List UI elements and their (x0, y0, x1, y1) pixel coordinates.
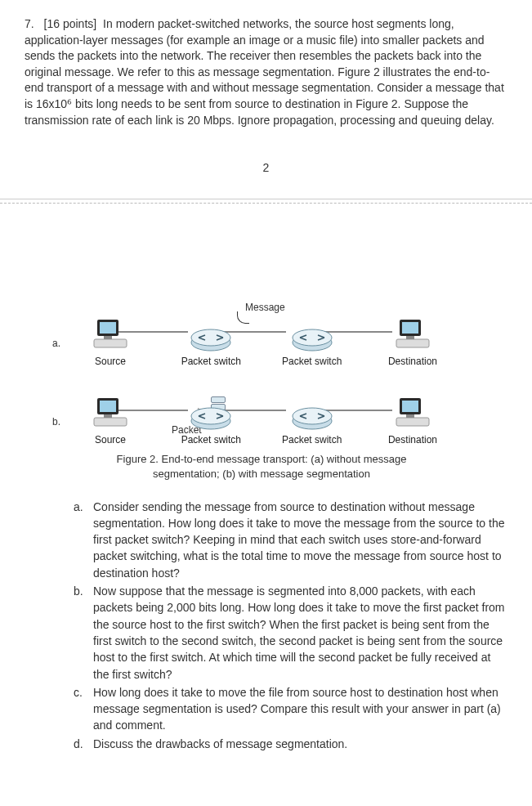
svg-rect-1 (100, 322, 116, 334)
svg-rect-15 (104, 414, 112, 418)
message-label: Message (245, 302, 285, 313)
sub-text: Discuss the drawbacks of message segment… (93, 736, 347, 752)
figure-row-b: Packet b. Source Packet switch Packet sw… (74, 380, 449, 446)
sub-letter: a. (74, 499, 93, 581)
svg-point-19 (293, 408, 332, 424)
source-node: b. Source (74, 395, 147, 446)
computer-icon (395, 316, 431, 352)
question-text: In modern packet-switched networks, the … (25, 17, 504, 127)
row-label-b: b. (52, 416, 60, 428)
svg-rect-9 (402, 322, 418, 334)
subquestion-a: a. Consider sending the message from sou… (74, 499, 507, 581)
destination-label: Destination (388, 434, 437, 446)
sub-letter: b. (74, 583, 93, 683)
packet-switch-icon (189, 325, 233, 352)
packet-switch-icon (189, 403, 233, 431)
packet-switch-icon (290, 403, 334, 431)
divider-solid (0, 199, 532, 199)
page-number: 2 (25, 161, 507, 174)
source-label: Source (95, 434, 126, 446)
switch-label: Packet switch (181, 434, 241, 446)
row-label-a: a. (52, 338, 60, 349)
sub-letter: c. (74, 684, 93, 734)
switch-label: Packet switch (282, 434, 342, 446)
switch-label: Packet switch (181, 356, 241, 367)
svg-point-7 (293, 329, 332, 346)
message-leader-line (237, 311, 249, 324)
destination-node: Destination (376, 395, 449, 446)
figure-row-a: Message a. Source Packet switch Packet s… (74, 302, 449, 367)
figure-2: Message a. Source Packet switch Packet s… (74, 302, 449, 481)
source-label: Source (95, 356, 126, 367)
sub-letter: d. (74, 736, 93, 752)
svg-rect-3 (104, 336, 112, 339)
sub-text: Consider sending the message from source… (93, 499, 507, 581)
svg-point-17 (191, 408, 230, 424)
packet-switch-icon (290, 325, 334, 352)
sub-text: How long does it take to move the file f… (93, 684, 507, 734)
switch-label: Packet switch (282, 356, 342, 367)
subquestion-c: c. How long does it take to move the fil… (74, 684, 507, 734)
question-points: [16 points] (44, 17, 97, 30)
subquestions: a. Consider sending the message from sou… (74, 499, 507, 752)
svg-rect-23 (406, 414, 414, 418)
subquestion-b: b. Now suppose that the message is segme… (74, 583, 507, 683)
svg-point-5 (191, 329, 230, 346)
sub-text: Now suppose that the message is segmente… (93, 583, 507, 683)
computer-icon (92, 395, 128, 431)
svg-rect-11 (406, 336, 414, 339)
source-node: a. Source (74, 316, 147, 367)
switch-node: Packet switch (275, 403, 349, 446)
svg-rect-13 (100, 401, 116, 412)
svg-rect-10 (396, 339, 429, 347)
question-number: 7. (25, 17, 34, 30)
svg-rect-22 (396, 418, 429, 426)
destination-node: Destination (376, 316, 449, 367)
svg-rect-21 (402, 401, 418, 412)
destination-label: Destination (388, 356, 437, 367)
figure-caption: Figure 2. End-to-end message transport: … (106, 452, 417, 481)
computer-icon (395, 395, 431, 431)
svg-rect-14 (94, 418, 127, 426)
divider-dashed (0, 203, 532, 204)
subquestion-d: d. Discuss the drawbacks of message segm… (74, 736, 507, 752)
svg-rect-2 (94, 339, 127, 347)
switch-node: Packet switch (174, 325, 248, 367)
computer-icon (92, 316, 128, 352)
switch-node: Packet switch (174, 403, 248, 446)
switch-node: Packet switch (275, 325, 349, 367)
